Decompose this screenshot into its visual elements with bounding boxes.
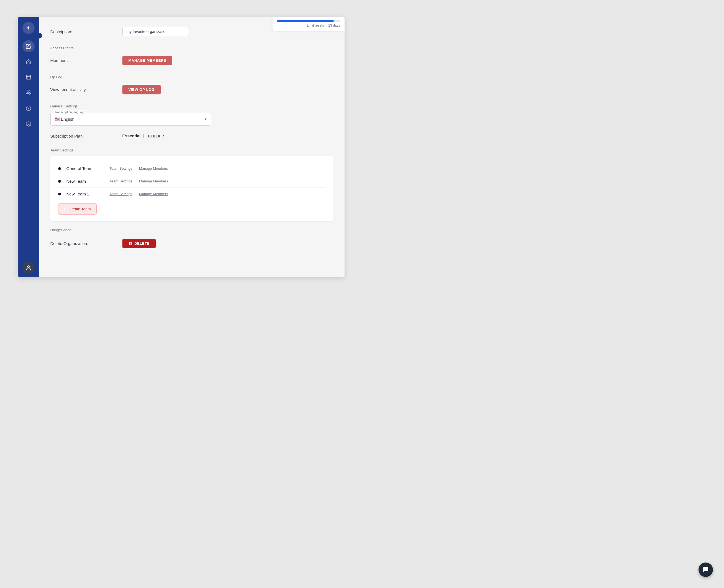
sidebar: › ✦: [18, 17, 39, 277]
description-input[interactable]: [122, 27, 189, 36]
op-log-header: Op Log: [50, 70, 333, 80]
view-op-log-button[interactable]: VIEW OP LOG: [122, 85, 161, 94]
create-team-button[interactable]: + Create Team: [58, 204, 97, 214]
manage-members-link-general[interactable]: Manage Members: [139, 166, 168, 170]
delete-label: DELETE: [134, 241, 149, 246]
team-links-general: Team Settings Manage Members: [110, 166, 168, 170]
progress-bar-container: [277, 20, 340, 22]
progress-bar-fill: [277, 20, 334, 22]
language-select-row: Transcription language 🇺🇸 English 🇪🇸 Spa…: [50, 109, 333, 129]
subscription-plan: Essential: [122, 133, 141, 138]
team-name-new: New Team: [66, 179, 105, 184]
svg-point-4: [27, 266, 29, 268]
svg-point-3: [28, 123, 29, 125]
language-select-wrapper: Transcription language 🇺🇸 English 🇪🇸 Spa…: [50, 113, 211, 126]
members-row: Members: MANAGE MEMBERS: [50, 51, 333, 70]
create-team-label: Create Team: [69, 207, 91, 211]
view-activity-row: View recent activity: VIEW OP LOG: [50, 80, 333, 99]
subscription-separator: |: [143, 133, 144, 138]
team-icon[interactable]: [22, 87, 35, 99]
team-settings-header: Team Settings: [50, 143, 333, 153]
svg-rect-0: [26, 75, 30, 80]
team-settings-link-new2[interactable]: Team Settings: [110, 192, 132, 196]
delete-org-value: 🗑 DELETE: [122, 239, 333, 248]
team-name-general: General Team: [66, 166, 105, 171]
delete-org-label: Delete Organization:: [50, 241, 122, 246]
team-dot-general: [58, 167, 61, 170]
bookmark-icon[interactable]: [22, 71, 35, 83]
team-settings-link-general[interactable]: Team Settings: [110, 166, 132, 170]
subscription-value-area: Essential | manage: [122, 133, 333, 139]
delete-org-row: Delete Organization: 🗑 DELETE: [50, 234, 333, 253]
view-activity-label: View recent activity:: [50, 87, 122, 92]
table-row: New Team Team Settings Manage Members: [58, 175, 326, 188]
team-dot-new2: [58, 193, 61, 195]
plus-icon: +: [64, 207, 66, 211]
access-rights-header: Access Rights: [50, 41, 333, 51]
manage-members-button[interactable]: MANAGE MEMBERS: [122, 56, 172, 65]
team-settings-link-new[interactable]: Team Settings: [110, 179, 132, 183]
home-icon[interactable]: [22, 56, 35, 68]
app-container: › ✦: [18, 17, 345, 277]
general-settings-header: General Settings: [50, 99, 333, 109]
team-name-new2: New Team 2: [66, 192, 105, 196]
manage-members-link-new2[interactable]: Manage Members: [139, 192, 168, 196]
main-content: Limit resets in 23 days Description: Acc…: [39, 17, 345, 277]
members-label: Members:: [50, 58, 122, 63]
table-row: General Team Team Settings Manage Member…: [58, 162, 326, 175]
manage-members-link-new[interactable]: Manage Members: [139, 179, 168, 183]
subscription-manage-link[interactable]: manage: [148, 133, 164, 138]
description-label: Description:: [50, 29, 122, 34]
delete-button[interactable]: 🗑 DELETE: [122, 239, 156, 248]
table-row: New Team 2 Team Settings Manage Members: [58, 188, 326, 200]
team-links-new2: Team Settings Manage Members: [110, 192, 168, 196]
logo-icon[interactable]: ✦: [22, 22, 35, 34]
pencil-icon[interactable]: [22, 40, 35, 52]
team-dot-new: [58, 180, 61, 183]
top-info-bar: Limit resets in 23 days: [272, 17, 345, 31]
team-settings-card: General Team Team Settings Manage Member…: [50, 155, 333, 221]
subscription-row: Subscription Plan: Essential | manage: [50, 129, 333, 143]
limit-reset-text: Limit resets in 23 days: [277, 23, 340, 27]
team-links-new: Team Settings Manage Members: [110, 179, 168, 183]
user-avatar[interactable]: [22, 261, 35, 274]
language-select[interactable]: 🇺🇸 English 🇪🇸 Spanish 🇫🇷 French 🇩🇪 Germa…: [51, 113, 211, 125]
manage-members-wrapper: MANAGE MEMBERS: [122, 56, 333, 65]
danger-zone-header: Danger Zone:: [50, 221, 333, 234]
svg-point-1: [27, 91, 29, 93]
check-circle-icon[interactable]: [22, 102, 35, 114]
subscription-label: Subscription Plan:: [50, 134, 122, 139]
view-op-log-wrapper: VIEW OP LOG: [122, 85, 333, 94]
sidebar-toggle[interactable]: ›: [37, 33, 42, 39]
settings-icon[interactable]: [22, 118, 35, 130]
language-select-label: Transcription language: [54, 110, 87, 114]
content-area: Description: Access Rights Members: MANA…: [50, 22, 333, 253]
trash-icon: 🗑: [128, 241, 132, 246]
